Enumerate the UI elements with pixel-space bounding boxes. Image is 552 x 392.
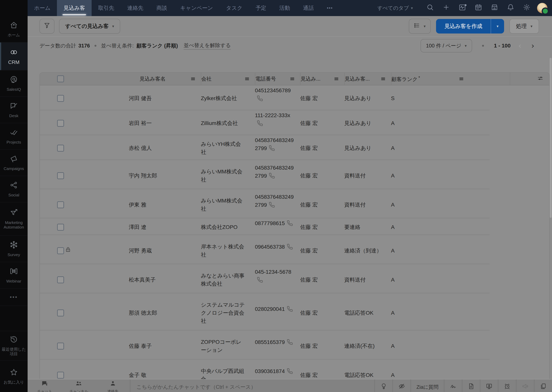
chat-tab-chat[interactable]: チャット bbox=[28, 379, 62, 392]
table-row[interactable]: 佐藤 泰子 ZOPPOコーポレーション 0855165379 佐藤 宏 連絡済(… bbox=[40, 330, 549, 359]
table-row[interactable]: 宇内 翔太郎 みらいMM株式会社 04583764832492799 佐藤 宏 … bbox=[40, 160, 549, 189]
sidebar-more-apps-button[interactable]: ••• bbox=[0, 289, 28, 306]
next-page-button[interactable]: › bbox=[529, 42, 537, 49]
column-menu-icon[interactable] bbox=[290, 76, 295, 81]
column-header-lead-status[interactable]: 見込み客... bbox=[344, 73, 391, 85]
sidebar-item-salesiq[interactable]: SalesIQ bbox=[0, 70, 28, 97]
vertical-scrollbar-thumb[interactable] bbox=[550, 58, 552, 218]
column-header-phone[interactable]: 電話番号 bbox=[255, 73, 300, 85]
ask-zia-button[interactable]: Ziaに質問 bbox=[411, 379, 444, 392]
notes-button[interactable] bbox=[462, 379, 480, 392]
collapse-sidebar-button[interactable] bbox=[0, 0, 28, 16]
row-checkbox[interactable] bbox=[57, 372, 64, 378]
phone-icon[interactable] bbox=[257, 95, 263, 101]
phone-icon[interactable] bbox=[287, 220, 293, 226]
row-checkbox[interactable] bbox=[57, 309, 64, 316]
sidebar-item-crm[interactable]: CRM bbox=[0, 42, 28, 70]
chat-tab-channels[interactable]: チャンネル bbox=[62, 379, 96, 392]
phone-icon[interactable] bbox=[257, 277, 263, 283]
tab-campaigns[interactable]: キャンペーン bbox=[174, 0, 219, 16]
row-checkbox[interactable] bbox=[57, 224, 64, 231]
column-menu-icon[interactable] bbox=[245, 76, 250, 81]
table-row[interactable]: 河野 勇蔵 岸本ネット株式会社 0964563738 佐藤 宏 連絡済（到達） … bbox=[40, 235, 549, 264]
table-row[interactable]: 伊東 雅 みらいMM株式会社 04583764832492799 佐藤 宏 資料… bbox=[40, 189, 549, 218]
row-checkbox[interactable] bbox=[57, 247, 64, 254]
row-checkbox[interactable] bbox=[57, 201, 64, 208]
sidebar-item-recent-items[interactable]: 最近使用した項目 bbox=[0, 331, 28, 361]
lead-name[interactable]: 伊東 雅 bbox=[129, 201, 201, 209]
display-mode-button[interactable]: ▾ bbox=[409, 19, 431, 34]
select-all-checkbox[interactable] bbox=[57, 75, 64, 82]
all-tabs-dropdown[interactable]: すべてのタブ ▾ bbox=[377, 5, 413, 12]
column-header-company[interactable]: 会社 bbox=[201, 73, 255, 85]
tab-home[interactable]: ホーム bbox=[28, 0, 57, 16]
per-page-selector[interactable]: 100 件 / ページ ▾ bbox=[421, 39, 472, 52]
row-checkbox[interactable] bbox=[57, 276, 64, 283]
row-checkbox[interactable] bbox=[57, 95, 64, 102]
phone-icon[interactable] bbox=[287, 306, 293, 312]
lead-name[interactable]: 赤松 億人 bbox=[129, 144, 201, 152]
table-row[interactable]: 河田 健吾 Zylker株式会社 045123456789 佐藤 宏 見込みあり… bbox=[40, 85, 549, 110]
notifications-button[interactable] bbox=[505, 2, 516, 14]
sidebar-item-favorites[interactable]: お気に入り bbox=[0, 361, 28, 392]
chat-tab-contacts[interactable]: 連絡先 bbox=[96, 379, 130, 392]
column-menu-icon[interactable] bbox=[334, 76, 339, 81]
sidebar-item-campaigns[interactable]: Campaigns bbox=[0, 150, 28, 176]
sidebar-item-projects[interactable]: Projects bbox=[0, 123, 28, 150]
tab-contacts[interactable]: 連絡先 bbox=[121, 0, 150, 16]
column-menu-icon[interactable] bbox=[459, 76, 464, 81]
phone-icon[interactable] bbox=[269, 145, 275, 151]
search-button[interactable] bbox=[424, 2, 436, 14]
lead-name[interactable]: 佐藤 泰子 bbox=[129, 342, 201, 350]
sidebar-item-marketing-automation[interactable]: Marketing Automation bbox=[0, 203, 28, 236]
row-checkbox[interactable] bbox=[57, 172, 64, 179]
zoho-mascot-button[interactable] bbox=[375, 379, 393, 392]
phone-icon[interactable] bbox=[269, 173, 275, 179]
marketplace-button[interactable] bbox=[489, 2, 500, 14]
zia-voice-button[interactable] bbox=[444, 379, 462, 392]
column-header-lead-owner[interactable]: 見込み... bbox=[300, 73, 344, 85]
hide-preview-button[interactable] bbox=[393, 379, 411, 392]
announcements-button[interactable] bbox=[516, 379, 534, 392]
phone-icon[interactable] bbox=[269, 202, 275, 208]
tab-deals[interactable]: 商談 bbox=[150, 0, 174, 16]
row-checkbox[interactable] bbox=[57, 145, 64, 152]
tab-activities[interactable]: 活動 bbox=[273, 0, 297, 16]
tab-leads[interactable]: 見込み客 bbox=[57, 0, 92, 16]
lead-name[interactable]: 岩田 裕一 bbox=[129, 119, 201, 127]
tabs-more-button[interactable]: ••• bbox=[320, 0, 339, 16]
column-menu-icon[interactable] bbox=[381, 76, 386, 81]
create-lead-options-button[interactable]: ▾ bbox=[491, 19, 504, 34]
user-avatar[interactable] bbox=[537, 3, 547, 13]
sidebar-item-social[interactable]: Social bbox=[0, 176, 28, 203]
calendar-button[interactable] bbox=[473, 2, 484, 14]
copy-sheets-button[interactable] bbox=[534, 379, 552, 392]
column-settings-icon[interactable] bbox=[537, 75, 543, 83]
settings-button[interactable] bbox=[521, 2, 532, 14]
tab-calls[interactable]: 通話 bbox=[297, 0, 320, 16]
sidebar-item-desk[interactable]: Desk bbox=[0, 97, 28, 123]
lead-name[interactable]: 澤田 遼 bbox=[129, 223, 201, 231]
phone-icon[interactable] bbox=[257, 120, 263, 126]
previous-page-button[interactable]: ‹ bbox=[516, 42, 524, 49]
table-row[interactable]: 那須 徳太郎 システムマルコテクノロジー合資会社 0280290041 佐藤 宏… bbox=[40, 293, 549, 330]
lead-name[interactable]: 河野 勇蔵 bbox=[129, 247, 201, 255]
table-row[interactable]: 松本真美子 みなとみらい商事株式会社 045-1234-5678 佐藤 宏 資料… bbox=[40, 264, 549, 293]
lead-name[interactable]: 河田 健吾 bbox=[129, 94, 201, 102]
phone-icon[interactable] bbox=[287, 244, 293, 250]
sidebar-item-webinar[interactable]: Webinar bbox=[0, 262, 28, 289]
table-row[interactable]: 澤田 遼 株式会社ZOPO 0877798615 佐藤 宏 要連絡 A bbox=[40, 218, 549, 235]
create-lead-button[interactable]: 見込み客を作成 bbox=[436, 19, 491, 34]
lead-name[interactable]: 松本真美子 bbox=[129, 276, 201, 284]
tab-tasks[interactable]: タスク bbox=[219, 0, 249, 16]
lead-name[interactable]: 金子 敬 bbox=[129, 371, 201, 379]
sidebar-item-home[interactable]: ホーム bbox=[0, 16, 28, 42]
column-header-customer-rank[interactable]: 顧客ランク* bbox=[391, 73, 510, 85]
phone-icon[interactable] bbox=[287, 368, 293, 374]
table-row[interactable]: 赤松 億人 みらいYH株式会社 04583764832492799 佐藤 宏 見… bbox=[40, 135, 549, 160]
table-row[interactable]: 岩田 裕一 Zillium株式会社 111-2222-333x 佐藤 宏 見込み… bbox=[40, 110, 549, 135]
filter-button[interactable] bbox=[39, 19, 54, 34]
quick-create-button[interactable] bbox=[440, 2, 452, 14]
presentation-button[interactable] bbox=[480, 379, 498, 392]
reminders-button[interactable] bbox=[498, 379, 516, 392]
